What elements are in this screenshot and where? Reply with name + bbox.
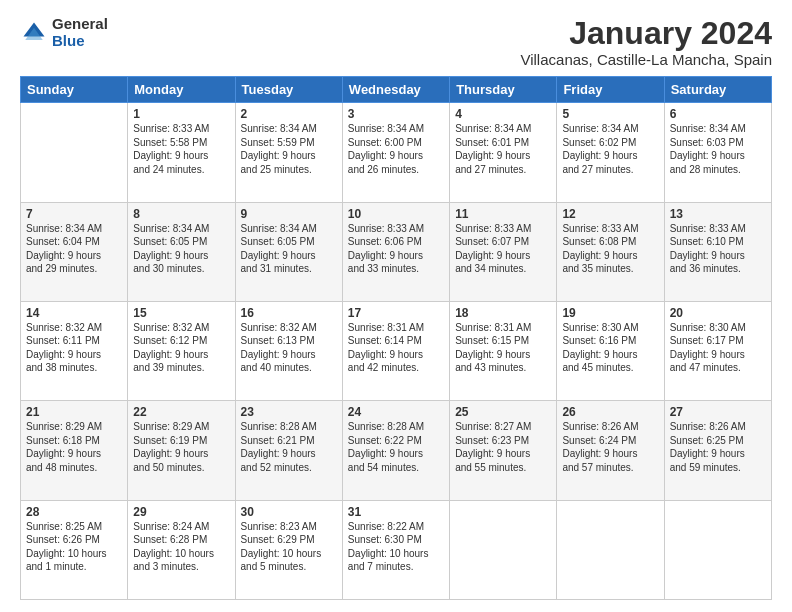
table-cell: 29Sunrise: 8:24 AM Sunset: 6:28 PM Dayli… [128,500,235,599]
day-info: Sunrise: 8:34 AM Sunset: 6:00 PM Dayligh… [348,122,444,176]
day-number: 12 [562,207,658,221]
table-cell: 8Sunrise: 8:34 AM Sunset: 6:05 PM Daylig… [128,202,235,301]
day-number: 26 [562,405,658,419]
logo-icon [20,19,48,47]
day-number: 30 [241,505,337,519]
table-cell: 26Sunrise: 8:26 AM Sunset: 6:24 PM Dayli… [557,401,664,500]
day-info: Sunrise: 8:31 AM Sunset: 6:15 PM Dayligh… [455,321,551,375]
table-cell: 16Sunrise: 8:32 AM Sunset: 6:13 PM Dayli… [235,301,342,400]
day-info: Sunrise: 8:33 AM Sunset: 6:10 PM Dayligh… [670,222,766,276]
day-info: Sunrise: 8:22 AM Sunset: 6:30 PM Dayligh… [348,520,444,574]
day-number: 19 [562,306,658,320]
day-info: Sunrise: 8:30 AM Sunset: 6:17 PM Dayligh… [670,321,766,375]
day-number: 20 [670,306,766,320]
day-number: 18 [455,306,551,320]
table-cell: 4Sunrise: 8:34 AM Sunset: 6:01 PM Daylig… [450,103,557,202]
day-info: Sunrise: 8:26 AM Sunset: 6:25 PM Dayligh… [670,420,766,474]
day-number: 25 [455,405,551,419]
day-info: Sunrise: 8:26 AM Sunset: 6:24 PM Dayligh… [562,420,658,474]
day-info: Sunrise: 8:28 AM Sunset: 6:21 PM Dayligh… [241,420,337,474]
day-number: 6 [670,107,766,121]
day-number: 31 [348,505,444,519]
table-cell: 24Sunrise: 8:28 AM Sunset: 6:22 PM Dayli… [342,401,449,500]
col-wednesday: Wednesday [342,77,449,103]
col-tuesday: Tuesday [235,77,342,103]
day-info: Sunrise: 8:25 AM Sunset: 6:26 PM Dayligh… [26,520,122,574]
day-number: 27 [670,405,766,419]
table-cell: 2Sunrise: 8:34 AM Sunset: 5:59 PM Daylig… [235,103,342,202]
day-info: Sunrise: 8:32 AM Sunset: 6:13 PM Dayligh… [241,321,337,375]
table-cell [450,500,557,599]
table-cell: 20Sunrise: 8:30 AM Sunset: 6:17 PM Dayli… [664,301,771,400]
day-info: Sunrise: 8:34 AM Sunset: 6:01 PM Dayligh… [455,122,551,176]
day-number: 15 [133,306,229,320]
day-number: 23 [241,405,337,419]
table-cell: 6Sunrise: 8:34 AM Sunset: 6:03 PM Daylig… [664,103,771,202]
day-info: Sunrise: 8:29 AM Sunset: 6:19 PM Dayligh… [133,420,229,474]
day-info: Sunrise: 8:27 AM Sunset: 6:23 PM Dayligh… [455,420,551,474]
table-cell: 15Sunrise: 8:32 AM Sunset: 6:12 PM Dayli… [128,301,235,400]
table-cell: 9Sunrise: 8:34 AM Sunset: 6:05 PM Daylig… [235,202,342,301]
table-cell: 25Sunrise: 8:27 AM Sunset: 6:23 PM Dayli… [450,401,557,500]
table-cell: 13Sunrise: 8:33 AM Sunset: 6:10 PM Dayli… [664,202,771,301]
day-info: Sunrise: 8:32 AM Sunset: 6:11 PM Dayligh… [26,321,122,375]
table-cell: 19Sunrise: 8:30 AM Sunset: 6:16 PM Dayli… [557,301,664,400]
table-cell: 22Sunrise: 8:29 AM Sunset: 6:19 PM Dayli… [128,401,235,500]
day-number: 13 [670,207,766,221]
day-info: Sunrise: 8:34 AM Sunset: 6:03 PM Dayligh… [670,122,766,176]
day-number: 11 [455,207,551,221]
day-info: Sunrise: 8:32 AM Sunset: 6:12 PM Dayligh… [133,321,229,375]
table-cell: 5Sunrise: 8:34 AM Sunset: 6:02 PM Daylig… [557,103,664,202]
day-number: 4 [455,107,551,121]
day-info: Sunrise: 8:24 AM Sunset: 6:28 PM Dayligh… [133,520,229,574]
table-cell: 27Sunrise: 8:26 AM Sunset: 6:25 PM Dayli… [664,401,771,500]
table-cell: 1Sunrise: 8:33 AM Sunset: 5:58 PM Daylig… [128,103,235,202]
day-number: 1 [133,107,229,121]
table-cell: 3Sunrise: 8:34 AM Sunset: 6:00 PM Daylig… [342,103,449,202]
day-info: Sunrise: 8:34 AM Sunset: 5:59 PM Dayligh… [241,122,337,176]
day-info: Sunrise: 8:31 AM Sunset: 6:14 PM Dayligh… [348,321,444,375]
day-info: Sunrise: 8:34 AM Sunset: 6:05 PM Dayligh… [241,222,337,276]
logo: General Blue [20,16,108,49]
table-cell [21,103,128,202]
table-cell: 17Sunrise: 8:31 AM Sunset: 6:14 PM Dayli… [342,301,449,400]
day-number: 22 [133,405,229,419]
logo-general: General [52,16,108,33]
table-cell: 11Sunrise: 8:33 AM Sunset: 6:07 PM Dayli… [450,202,557,301]
calendar-header-row: Sunday Monday Tuesday Wednesday Thursday… [21,77,772,103]
day-number: 21 [26,405,122,419]
day-number: 16 [241,306,337,320]
day-number: 2 [241,107,337,121]
day-number: 14 [26,306,122,320]
day-info: Sunrise: 8:33 AM Sunset: 6:06 PM Dayligh… [348,222,444,276]
day-info: Sunrise: 8:23 AM Sunset: 6:29 PM Dayligh… [241,520,337,574]
day-info: Sunrise: 8:33 AM Sunset: 5:58 PM Dayligh… [133,122,229,176]
day-number: 7 [26,207,122,221]
table-cell: 21Sunrise: 8:29 AM Sunset: 6:18 PM Dayli… [21,401,128,500]
day-info: Sunrise: 8:33 AM Sunset: 6:07 PM Dayligh… [455,222,551,276]
table-cell: 28Sunrise: 8:25 AM Sunset: 6:26 PM Dayli… [21,500,128,599]
subtitle: Villacanas, Castille-La Mancha, Spain [520,51,772,68]
col-sunday: Sunday [21,77,128,103]
col-friday: Friday [557,77,664,103]
logo-blue: Blue [52,33,108,50]
day-number: 29 [133,505,229,519]
day-number: 9 [241,207,337,221]
table-cell: 31Sunrise: 8:22 AM Sunset: 6:30 PM Dayli… [342,500,449,599]
table-cell: 14Sunrise: 8:32 AM Sunset: 6:11 PM Dayli… [21,301,128,400]
table-cell: 12Sunrise: 8:33 AM Sunset: 6:08 PM Dayli… [557,202,664,301]
table-cell: 10Sunrise: 8:33 AM Sunset: 6:06 PM Dayli… [342,202,449,301]
day-info: Sunrise: 8:33 AM Sunset: 6:08 PM Dayligh… [562,222,658,276]
day-number: 24 [348,405,444,419]
table-cell [557,500,664,599]
table-cell: 30Sunrise: 8:23 AM Sunset: 6:29 PM Dayli… [235,500,342,599]
day-number: 8 [133,207,229,221]
day-info: Sunrise: 8:34 AM Sunset: 6:04 PM Dayligh… [26,222,122,276]
table-cell: 7Sunrise: 8:34 AM Sunset: 6:04 PM Daylig… [21,202,128,301]
col-saturday: Saturday [664,77,771,103]
day-number: 5 [562,107,658,121]
day-number: 10 [348,207,444,221]
page: General Blue January 2024 Villacanas, Ca… [0,0,792,612]
col-thursday: Thursday [450,77,557,103]
day-info: Sunrise: 8:28 AM Sunset: 6:22 PM Dayligh… [348,420,444,474]
